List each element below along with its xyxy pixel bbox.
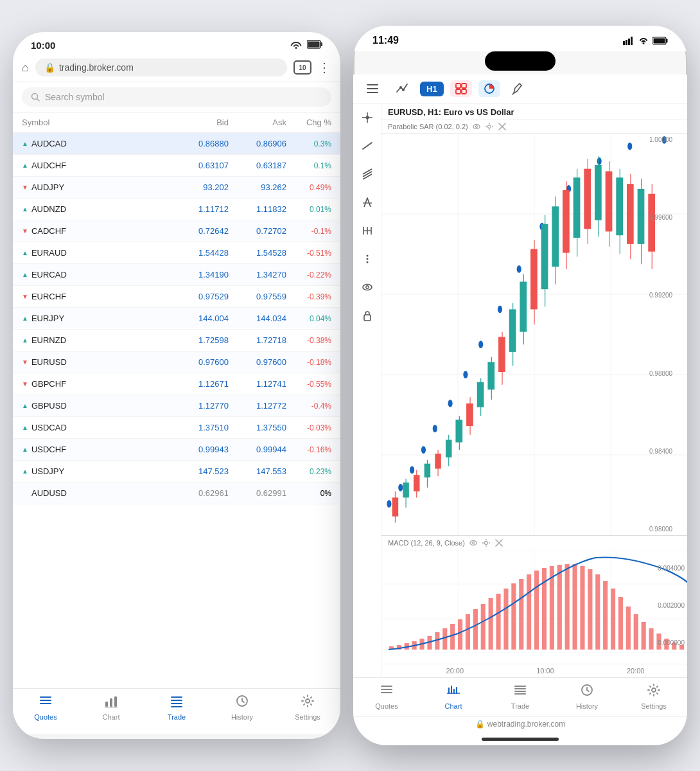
toolbar-timeframe[interactable]: H1	[420, 82, 444, 96]
symbol-name: AUDCHF	[31, 161, 66, 170]
table-row[interactable]: ▲ AUDCAD 0.86880 0.86906 0.3%	[13, 133, 340, 155]
nav2-trade-label: Trade	[511, 702, 529, 710]
symbol-name: USDJPY	[31, 466, 64, 476]
battery-icon	[652, 37, 668, 45]
sidebar-more-tools[interactable]	[358, 250, 376, 268]
svg-rect-166	[458, 619, 462, 650]
svg-rect-9	[110, 698, 112, 707]
symbol-name: EURAUD	[31, 248, 67, 258]
bid-cell: 0.63107	[171, 161, 229, 170]
chart-title-text: EURUSD, H1: Euro vs US Dollar	[388, 107, 514, 117]
svg-rect-176	[534, 571, 539, 650]
nav-quotes[interactable]: Quotes	[13, 694, 78, 721]
phone1-tab-button[interactable]: 10	[293, 60, 311, 75]
candlestick-chart: 1.00000 0.99600 0.99200 0.98800 0.98400 …	[381, 134, 687, 535]
symbol-cell: ▲ GBPUSD	[22, 401, 171, 411]
table-row[interactable]: ▲ GBPUSD 1.12770 1.12772 -0.4%	[13, 395, 340, 417]
svg-point-81	[448, 400, 453, 407]
svg-point-58	[473, 125, 480, 129]
ask-cell: 0.97559	[229, 292, 286, 301]
phone1-more-button[interactable]: ⋮	[318, 60, 331, 75]
nav2-settings-icon	[647, 683, 661, 700]
macd-panel: MACD (12, 26, 9, Close)	[381, 535, 687, 664]
nav2-chart[interactable]: Chart	[420, 683, 487, 710]
svg-rect-12	[171, 696, 182, 698]
svg-rect-164	[442, 628, 447, 650]
svg-rect-204	[514, 686, 526, 687]
chg-cell: 0.3%	[286, 139, 331, 148]
down-arrow-icon: ▼	[22, 184, 28, 191]
table-row[interactable]: ▲ USDCHF 0.99943 0.99944 -0.16%	[13, 439, 340, 461]
indicator-close-icon[interactable]	[498, 122, 507, 131]
home-icon[interactable]: ⌂	[22, 61, 29, 75]
nav-trade[interactable]: Trade	[144, 694, 209, 721]
col-chg: Chg %	[286, 118, 331, 127]
table-row[interactable]: ▼ AUDJPY 93.202 93.262 0.49%	[13, 177, 340, 199]
home-indicator-bar	[482, 738, 559, 741]
symbol-name: GBPCHF	[31, 379, 66, 389]
chg-cell: -0.38%	[286, 336, 331, 345]
macd-settings-icon[interactable]	[482, 538, 491, 547]
table-row[interactable]: ▲ EURAUD 1.54428 1.54528 -0.51%	[13, 242, 340, 264]
svg-point-85	[517, 265, 521, 273]
svg-rect-130	[595, 165, 602, 220]
table-row[interactable]: ▲ USDJPY 147.523 147.553 0.23%	[13, 461, 340, 483]
table-row[interactable]: ▲ EURCAD 1.34190 1.34270 -0.22%	[13, 264, 340, 286]
toolbar-indicators-btn[interactable]	[390, 80, 414, 98]
nav2-quotes[interactable]: Quotes	[353, 683, 420, 710]
toolbar-drawing-btn[interactable]	[507, 80, 530, 98]
table-row[interactable]: ▲ AUDCHF 0.63107 0.63187 0.1%	[13, 155, 340, 177]
table-row[interactable]: ▼ EURUSD 0.97600 0.97600 -0.18%	[13, 351, 340, 373]
table-row[interactable]: ▲ EURNZD 1.72598 1.72718 -0.38%	[13, 330, 340, 351]
nav2-trade[interactable]: Trade	[487, 683, 554, 710]
table-row[interactable]: AUDUSD 0.62961 0.62991 0%	[13, 483, 340, 504]
sidebar-crosshair[interactable]	[358, 109, 376, 127]
search-inner[interactable]: Search symbol	[22, 87, 331, 107]
nav2-chart-label: Chart	[445, 702, 462, 710]
indicator-settings-icon[interactable]	[485, 122, 494, 131]
bid-cell: 0.97600	[171, 357, 229, 367]
svg-rect-165	[450, 624, 455, 650]
sidebar-channel[interactable]	[358, 165, 376, 183]
symbol-name: USDCAD	[31, 423, 67, 432]
nav-history[interactable]: History	[209, 694, 275, 721]
sidebar-eye[interactable]	[358, 278, 376, 296]
table-row[interactable]: ▲ USDCAD 1.37510 1.37550 -0.03%	[13, 417, 340, 439]
svg-point-142	[472, 542, 474, 544]
table-row[interactable]: ▼ GBPCHF 1.12671 1.12741 -0.55%	[13, 373, 340, 395]
chg-cell: -0.03%	[286, 423, 331, 432]
svg-rect-10	[114, 696, 117, 707]
sidebar-line[interactable]	[358, 137, 376, 155]
phone1-url-bar[interactable]: 🔒 trading.broker.com	[35, 58, 287, 76]
svg-line-38	[520, 84, 521, 85]
toolbar-menu-btn[interactable]	[361, 81, 384, 96]
nav2-settings[interactable]: Settings	[620, 683, 687, 710]
svg-rect-175	[527, 574, 531, 650]
svg-rect-183	[588, 569, 592, 650]
nav-settings[interactable]: Settings	[275, 694, 340, 721]
nav-chart[interactable]: Chart	[78, 694, 144, 721]
chg-cell: 0.01%	[286, 205, 331, 214]
table-row[interactable]: ▼ EURCHF 0.97529 0.97559 -0.39%	[13, 286, 340, 308]
toolbar-type-btn[interactable]	[478, 80, 500, 97]
nav2-history[interactable]: History	[554, 683, 620, 710]
svg-rect-18	[623, 41, 625, 45]
table-row[interactable]: ▼ CADCHF 0.72642 0.72702 -0.1%	[13, 220, 340, 242]
macd-close-icon[interactable]	[494, 538, 503, 547]
toolbar-compare-btn[interactable]	[450, 80, 472, 97]
chart-type-icon	[484, 83, 495, 94]
table-row[interactable]: ▲ EURJPY 144.004 144.034 0.04%	[13, 308, 340, 330]
svg-rect-20	[628, 39, 630, 45]
sidebar-pitchfork[interactable]	[358, 222, 376, 240]
indicator-eye-icon[interactable]	[472, 122, 481, 131]
sidebar-lock[interactable]	[358, 306, 376, 324]
symbol-cell: ▼ AUDJPY	[22, 182, 171, 192]
macd-eye-icon[interactable]	[469, 538, 478, 547]
svg-rect-171	[496, 594, 501, 650]
sidebar-fork[interactable]	[358, 193, 376, 211]
symbol-name: USDCHF	[31, 445, 66, 454]
table-row[interactable]: ▲ AUDNZD 1.11712 1.11832 0.01%	[13, 199, 340, 220]
svg-rect-181	[573, 564, 577, 650]
svg-point-80	[433, 425, 437, 432]
nav2-history-label: History	[576, 702, 598, 710]
